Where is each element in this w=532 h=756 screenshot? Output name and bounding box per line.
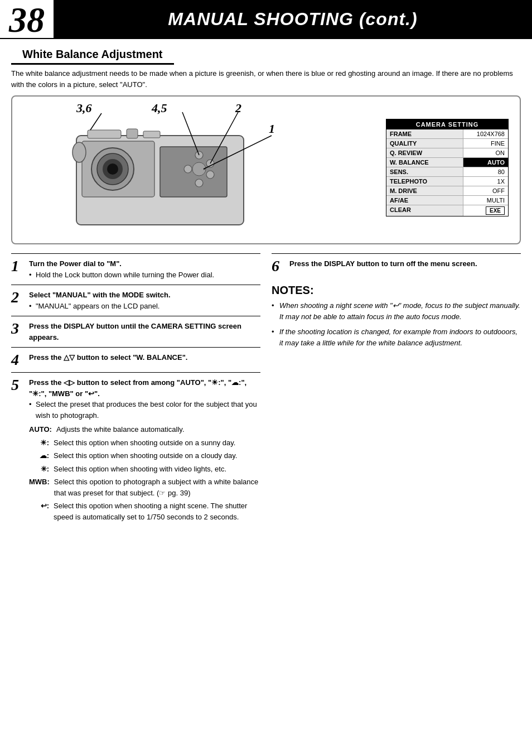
step-content: Press the DISPLAY button until the CAMER… (29, 321, 260, 343)
sub-item-key: AUTO: (29, 424, 52, 435)
step-number: 3 (11, 321, 25, 336)
step-number: 1 (11, 258, 25, 274)
setting-value: AUTO (463, 158, 508, 167)
step-main-text: Press the DISPLAY button until the CAMER… (29, 322, 241, 341)
step-1: 1Turn the Power dial to "M".Hold the Loc… (11, 253, 260, 285)
step-6-number: 6 (272, 258, 285, 274)
sub-item: ↩:Select this opotion when shooting a ni… (29, 500, 260, 522)
sub-item-val: Select this opotion to photograph a subj… (54, 476, 260, 498)
step-content: Select "MANUAL" with the MODE switch."MA… (29, 290, 260, 311)
sub-item: ☁:Select this option when shooting outsi… (29, 450, 260, 461)
setting-value: OFF (463, 186, 508, 195)
setting-key: SENS. (386, 167, 463, 176)
setting-key: FRAME (386, 129, 463, 138)
setting-key: AF/AE (386, 196, 463, 205)
sub-item: AUTO:Adjusts the white balance automatic… (29, 424, 260, 435)
camera-setting-table: CAMERA SETTING FRAME1024X768QUALITYFINEQ… (386, 119, 509, 216)
steps-container: 1Turn the Power dial to "M".Hold the Loc… (0, 253, 532, 529)
step-number: 4 (11, 352, 25, 368)
step-5: 5Press the ◁▷ button to select from amon… (11, 372, 260, 529)
sub-item-val: Select this option when shooting outside… (54, 437, 260, 449)
sub-item-key: MWB: (29, 476, 50, 488)
setting-value: FINE (463, 139, 508, 148)
setting-key: Q. REVIEW (386, 148, 463, 157)
page-header: 38 MANUAL SHOOTING (cont.) (0, 0, 532, 39)
setting-row: SENS.80 (386, 167, 508, 177)
step-4: 4Press the △▽ button to select "W. BALAN… (11, 347, 260, 372)
setting-row: M. DRIVEOFF (386, 186, 508, 196)
sub-item-key: ☁: (29, 450, 49, 461)
steps-right: 6 Press the DISPLAY button to turn off t… (272, 253, 521, 529)
step-main-text: Turn the Power dial to "M". (29, 259, 122, 268)
step-2: 2Select "MANUAL" with the MODE switch."M… (11, 285, 260, 316)
setting-row: FRAME1024X768 (386, 129, 508, 139)
note-item: If the shooting location is changed, for… (272, 326, 521, 348)
svg-text:1: 1 (269, 122, 275, 136)
svg-point-6 (107, 163, 118, 175)
sub-item-list: AUTO:Adjusts the white balance automatic… (29, 424, 260, 522)
step-6-text: Press the DISPLAY button to turn off the… (289, 259, 477, 268)
setting-key: W. BALANCE (386, 158, 463, 167)
setting-row: AF/AEMULTI (386, 196, 508, 205)
title-bar: MANUAL SHOOTING (cont.) (54, 0, 532, 38)
svg-text:4,5: 4,5 (151, 102, 167, 115)
setting-row: Q. REVIEWON (386, 148, 508, 158)
svg-text:3,6: 3,6 (76, 102, 92, 115)
svg-rect-8 (127, 129, 138, 138)
camera-setting-header: CAMERA SETTING (386, 119, 508, 129)
svg-line-18 (90, 113, 101, 130)
setting-value: EXE (463, 205, 508, 216)
svg-point-10 (72, 142, 86, 162)
sub-item-key: ↩: (29, 500, 49, 512)
setting-value: 1024X768 (463, 129, 508, 138)
step-bullet: "MANUAL" appears on the LCD panel. (29, 301, 260, 312)
setting-key: QUALITY (386, 139, 463, 148)
step-6: 6 Press the DISPLAY button to turn off t… (272, 253, 521, 278)
notes-section: NOTES: When shooting a night scene with … (272, 284, 521, 348)
sub-item-val: Select this option when shooting outside… (54, 450, 260, 461)
step-content: Press the ◁▷ button to select from among… (29, 377, 260, 524)
setting-key: CLEAR (386, 205, 463, 216)
sub-item-key: ✳: (29, 464, 49, 475)
setting-row: CLEAREXE (386, 205, 508, 216)
sub-item-val: Select this option when shooting with vi… (54, 464, 260, 475)
page-title: MANUAL SHOOTING (cont.) (168, 9, 417, 30)
steps-left: 1Turn the Power dial to "M".Hold the Loc… (11, 253, 260, 529)
setting-value: ON (463, 148, 508, 157)
sub-item: ✳:Select this option when shooting with … (29, 464, 260, 475)
section-title: White Balance Adjustment (11, 42, 174, 65)
setting-key: M. DRIVE (386, 186, 463, 195)
camera-illustration: 3,6 4,5 2 1 (23, 102, 375, 238)
notes-title: NOTES: (272, 284, 521, 297)
sub-item-key: ☀: (29, 437, 49, 449)
svg-point-15 (184, 165, 192, 173)
setting-value: MULTI (463, 196, 508, 205)
setting-value: 1X (463, 177, 508, 186)
sub-item-val: Select this opotion when shooting a nigh… (54, 500, 260, 522)
setting-key: TELEPHOTO (386, 177, 463, 186)
step-main-text: Press the △▽ button to select "W. BALANC… (29, 353, 187, 362)
setting-value: 80 (463, 167, 508, 176)
step-content: Turn the Power dial to "M".Hold the Lock… (29, 258, 260, 280)
page-number: 38 (0, 0, 54, 38)
sub-item: ☀:Select this option when shooting outsi… (29, 437, 260, 449)
step-number: 2 (11, 290, 25, 305)
svg-point-13 (206, 171, 214, 179)
step-number: 5 (11, 377, 25, 393)
diagram-area: 3,6 4,5 2 1 CAMERA SETTING FRAME1024X768… (11, 95, 521, 244)
sub-item: MWB:Select this opotion to photograph a … (29, 476, 260, 498)
setting-row: QUALITYFINE (386, 139, 508, 148)
svg-text:2: 2 (235, 102, 241, 115)
svg-rect-9 (143, 131, 160, 138)
setting-row: W. BALANCEAUTO (386, 158, 508, 167)
svg-rect-7 (88, 130, 121, 138)
step-3: 3Press the DISPLAY button until the CAME… (11, 316, 260, 347)
step-main-text: Press the ◁▷ button to select from among… (29, 378, 246, 398)
camera-svg: 3,6 4,5 2 1 (23, 102, 375, 236)
setting-row: TELEPHOTO1X (386, 177, 508, 186)
sub-item-val: Adjusts the white balance automatically. (56, 424, 260, 435)
step-bullet: Hold the Lock button down while turning … (29, 269, 260, 281)
section-title-container: White Balance Adjustment (0, 39, 532, 65)
step-6-content: Press the DISPLAY button to turn off the… (289, 258, 521, 274)
intro-text: The white balance adjustment needs to be… (0, 65, 532, 95)
